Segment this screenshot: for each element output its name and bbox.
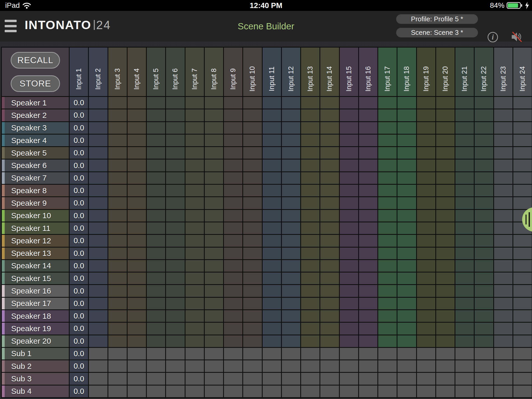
- matrix-cell-speaker-14-input-24[interactable]: [513, 260, 532, 272]
- matrix-cell-speaker-9-input-9[interactable]: [224, 197, 242, 209]
- matrix-cell-speaker-7-input-22[interactable]: [475, 172, 493, 184]
- matrix-cell-speaker-12-input-24[interactable]: [513, 235, 532, 247]
- matrix-cell-speaker-20-input-18[interactable]: [397, 335, 416, 347]
- matrix-cell-speaker-4-input-15[interactable]: [340, 135, 358, 146]
- matrix-cell-speaker-15-input-4[interactable]: [128, 272, 146, 284]
- matrix-cell-speaker-18-input-11[interactable]: [263, 310, 281, 322]
- matrix-cell-speaker-17-input-9[interactable]: [224, 298, 242, 309]
- matrix-cell-speaker-3-input-24[interactable]: [513, 122, 532, 134]
- matrix-cell-speaker-7-input-11[interactable]: [263, 172, 281, 184]
- matrix-cell-speaker-14-input-22[interactable]: [475, 260, 493, 272]
- matrix-cell-sub-2-input-8[interactable]: [205, 360, 223, 372]
- matrix-cell-speaker-12-input-19[interactable]: [417, 235, 435, 247]
- matrix-cell-speaker-19-input-6[interactable]: [166, 323, 184, 334]
- matrix-cell-speaker-1-input-23[interactable]: [494, 97, 513, 109]
- matrix-cell-speaker-5-input-6[interactable]: [166, 147, 184, 159]
- column-header-input-22[interactable]: Input 22: [475, 48, 493, 96]
- matrix-cell-speaker-1-input-10[interactable]: [243, 97, 262, 109]
- matrix-cell-sub-3-input-17[interactable]: [378, 373, 397, 384]
- column-header-input-6[interactable]: Input 6: [166, 48, 184, 96]
- matrix-cell-speaker-4-input-8[interactable]: [205, 135, 223, 146]
- matrix-cell-speaker-1-input-20[interactable]: [436, 97, 455, 109]
- matrix-cell-speaker-19-input-2[interactable]: [89, 323, 107, 334]
- matrix-cell-speaker-11-input-13[interactable]: [301, 222, 320, 234]
- matrix-cell-speaker-10-input-5[interactable]: [147, 210, 165, 222]
- row-label-speaker-12[interactable]: Speaker 12: [2, 235, 69, 247]
- row-label-speaker-3[interactable]: Speaker 3: [2, 122, 69, 134]
- matrix-cell-speaker-5-input-10[interactable]: [243, 147, 262, 159]
- matrix-cell-speaker-11-input-16[interactable]: [359, 222, 377, 234]
- matrix-cell-speaker-16-input-8[interactable]: [205, 285, 223, 297]
- matrix-cell-speaker-17-input-3[interactable]: [108, 298, 127, 309]
- matrix-cell-speaker-19-input-20[interactable]: [436, 323, 455, 334]
- matrix-cell-sub-2-input-18[interactable]: [397, 360, 416, 372]
- matrix-cell-speaker-17-input-4[interactable]: [128, 298, 146, 309]
- row-label-speaker-2[interactable]: Speaker 2: [2, 109, 69, 121]
- matrix-cell-speaker-20-input-17[interactable]: [378, 335, 397, 347]
- matrix-cell-speaker-3-input-19[interactable]: [417, 122, 435, 134]
- matrix-cell-speaker-1-input-14[interactable]: [320, 97, 339, 109]
- matrix-cell-speaker-5-input-24[interactable]: [513, 147, 532, 159]
- matrix-cell-speaker-11-input-6[interactable]: [166, 222, 184, 234]
- matrix-cell-sub-1-input-21[interactable]: [455, 348, 474, 360]
- matrix-cell-speaker-9-input-4[interactable]: [128, 197, 146, 209]
- matrix-cell-speaker-8-input-3[interactable]: [108, 185, 127, 196]
- matrix-cell-speaker-13-input-7[interactable]: [185, 248, 204, 259]
- matrix-cell-sub-1-input-13[interactable]: [301, 348, 320, 360]
- matrix-cell-speaker-12-input-6[interactable]: [166, 235, 184, 247]
- column-header-input-13[interactable]: Input 13: [301, 48, 320, 96]
- matrix-cell-speaker-9-input-18[interactable]: [397, 197, 416, 209]
- matrix-cell-speaker-8-input-23[interactable]: [494, 185, 513, 196]
- matrix-cell-sub-2-input-21[interactable]: [455, 360, 474, 372]
- matrix-cell-speaker-1-input-3[interactable]: [108, 97, 127, 109]
- matrix-cell-speaker-13-input-22[interactable]: [475, 248, 493, 259]
- matrix-cell-speaker-13-input-14[interactable]: [320, 248, 339, 259]
- matrix-cell-speaker-18-input-22[interactable]: [475, 310, 493, 322]
- matrix-cell-speaker-2-input-6[interactable]: [166, 109, 184, 121]
- matrix-cell-sub-1-input-4[interactable]: [128, 348, 146, 360]
- matrix-cell-speaker-7-input-21[interactable]: [455, 172, 474, 184]
- matrix-cell-speaker-11-input-8[interactable]: [205, 222, 223, 234]
- matrix-cell-speaker-20-input-9[interactable]: [224, 335, 242, 347]
- row-label-speaker-6[interactable]: Speaker 6: [2, 159, 69, 171]
- matrix-cell-speaker-14-input-15[interactable]: [340, 260, 358, 272]
- matrix-cell-speaker-1-input-9[interactable]: [224, 97, 242, 109]
- matrix-cell-speaker-9-input-2[interactable]: [89, 197, 107, 209]
- matrix-cell-speaker-12-input-11[interactable]: [263, 235, 281, 247]
- matrix-cell-speaker-18-input-13[interactable]: [301, 310, 320, 322]
- matrix-cell-sub-3-input-11[interactable]: [263, 373, 281, 384]
- matrix-cell-sub-4-input-9[interactable]: [224, 385, 242, 397]
- matrix-cell-sub-3-input-18[interactable]: [397, 373, 416, 384]
- matrix-cell-speaker-1-input-16[interactable]: [359, 97, 377, 109]
- matrix-cell-speaker-18-input-10[interactable]: [243, 310, 262, 322]
- matrix-cell-sub-1-input-15[interactable]: [340, 348, 358, 360]
- matrix-cell-speaker-14-input-10[interactable]: [243, 260, 262, 272]
- matrix-cell-speaker-18-input-23[interactable]: [494, 310, 513, 322]
- matrix-cell-speaker-20-input-6[interactable]: [166, 335, 184, 347]
- matrix-cell-speaker-8-input-24[interactable]: [513, 185, 532, 196]
- matrix-cell-sub-2-input-12[interactable]: [282, 360, 300, 372]
- matrix-cell-speaker-17-input-14[interactable]: [320, 298, 339, 309]
- matrix-cell-sub-4-input-21[interactable]: [455, 385, 474, 397]
- matrix-cell-speaker-16-input-3[interactable]: [108, 285, 127, 297]
- matrix-cell-sub-1-input-10[interactable]: [243, 348, 262, 360]
- matrix-cell-sub-4-input-16[interactable]: [359, 385, 377, 397]
- matrix-cell-speaker-12-input-1[interactable]: 0.0: [70, 235, 88, 247]
- matrix-cell-speaker-20-input-23[interactable]: [494, 335, 513, 347]
- matrix-cell-speaker-6-input-10[interactable]: [243, 159, 262, 171]
- matrix-cell-speaker-2-input-22[interactable]: [475, 109, 493, 121]
- matrix-cell-speaker-19-input-1[interactable]: 0.0: [70, 323, 88, 334]
- row-label-speaker-4[interactable]: Speaker 4: [2, 135, 69, 146]
- matrix-cell-speaker-12-input-8[interactable]: [205, 235, 223, 247]
- matrix-cell-speaker-19-input-13[interactable]: [301, 323, 320, 334]
- matrix-cell-speaker-6-input-19[interactable]: [417, 159, 435, 171]
- column-header-input-20[interactable]: Input 20: [436, 48, 455, 96]
- matrix-cell-speaker-3-input-1[interactable]: 0.0: [70, 122, 88, 134]
- matrix-cell-sub-2-input-5[interactable]: [147, 360, 165, 372]
- row-label-speaker-8[interactable]: Speaker 8: [2, 185, 69, 196]
- matrix-cell-speaker-6-input-15[interactable]: [340, 159, 358, 171]
- matrix-cell-sub-4-input-13[interactable]: [301, 385, 320, 397]
- matrix-cell-speaker-8-input-13[interactable]: [301, 185, 320, 196]
- matrix-cell-speaker-4-input-17[interactable]: [378, 135, 397, 146]
- matrix-cell-speaker-3-input-20[interactable]: [436, 122, 455, 134]
